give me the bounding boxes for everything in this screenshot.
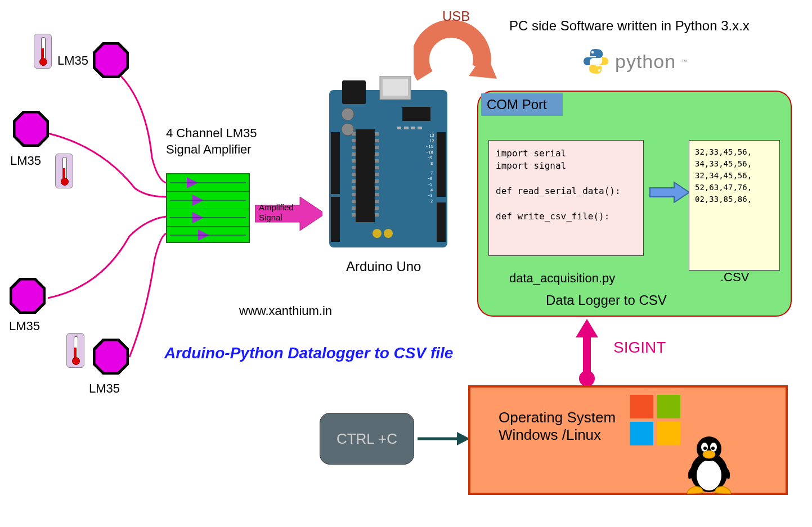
svg-rect-39 — [375, 186, 379, 190]
datalogger-label: Data Logger to CSV — [546, 292, 667, 308]
svg-marker-1 — [14, 112, 48, 146]
thermometer-icon — [66, 333, 83, 367]
svg-text:~10: ~10 — [426, 150, 433, 155]
svg-rect-67 — [411, 127, 415, 129]
svg-rect-47 — [437, 202, 446, 242]
svg-rect-27 — [352, 193, 356, 196]
svg-text:~5: ~5 — [428, 182, 432, 187]
svg-point-49 — [342, 123, 354, 136]
svg-point-70 — [591, 51, 594, 53]
svg-rect-40 — [375, 193, 379, 196]
svg-marker-72 — [650, 182, 689, 202]
svg-rect-35 — [375, 159, 379, 163]
svg-rect-46 — [437, 132, 446, 197]
svg-rect-38 — [375, 179, 379, 183]
os-box: Operating System Windows /Linux — [468, 385, 788, 495]
svg-rect-25 — [352, 179, 356, 183]
usb-label: USB — [442, 8, 470, 24]
svg-rect-79 — [630, 422, 653, 445]
svg-marker-3 — [94, 340, 128, 373]
linux-tux-icon — [681, 433, 737, 497]
svg-rect-29 — [352, 206, 356, 210]
arrow-icon — [649, 181, 691, 204]
svg-rect-21 — [352, 152, 356, 156]
svg-rect-31 — [375, 132, 379, 136]
svg-text:~6: ~6 — [428, 177, 432, 181]
svg-text:8: 8 — [430, 161, 433, 166]
svg-rect-17 — [356, 129, 375, 222]
svg-text:12: 12 — [429, 139, 434, 143]
svg-text:7: 7 — [430, 171, 433, 175]
python-logo: python™ — [582, 48, 687, 75]
svg-rect-24 — [352, 173, 356, 176]
amplified-signal-label: Amplified Signal — [259, 202, 294, 223]
svg-text:4: 4 — [430, 188, 433, 192]
python-text: python — [615, 51, 676, 73]
svg-point-52 — [373, 229, 382, 238]
sensor2-label: LM35 — [10, 154, 41, 168]
csv-label: .CSV — [720, 270, 749, 285]
svg-rect-66 — [404, 127, 409, 129]
svg-text:~9: ~9 — [428, 156, 432, 160]
amplifier-label: 4 Channel LM35 Signal Amplifier — [166, 125, 257, 157]
svg-point-88 — [703, 451, 715, 458]
arduino-label: Arduino Uno — [346, 259, 421, 274]
sensor-octagon — [10, 278, 46, 314]
svg-marker-73 — [576, 319, 598, 374]
svg-rect-43 — [375, 213, 379, 217]
svg-rect-22 — [352, 159, 356, 163]
svg-marker-0 — [94, 43, 128, 77]
signal-amplifier — [166, 173, 250, 243]
arrow-icon — [416, 427, 473, 450]
svg-text:~3: ~3 — [428, 193, 432, 198]
svg-rect-23 — [352, 166, 356, 169]
svg-rect-78 — [657, 395, 680, 418]
svg-text:13: 13 — [429, 133, 434, 138]
svg-rect-77 — [630, 395, 653, 418]
sigint-label: SIGINT — [613, 339, 666, 357]
svg-point-86 — [703, 447, 707, 450]
svg-rect-37 — [375, 173, 379, 176]
svg-rect-16 — [342, 80, 366, 104]
svg-rect-20 — [352, 146, 356, 149]
svg-point-87 — [711, 447, 715, 450]
svg-rect-41 — [375, 200, 379, 203]
website-url: www.xanthium.in — [239, 304, 332, 318]
svg-text:2: 2 — [430, 199, 433, 204]
svg-rect-36 — [375, 166, 379, 169]
com-port-label: COM Port — [481, 93, 563, 116]
svg-rect-42 — [375, 206, 379, 210]
csv-output: 32,33,45,56, 34,33,45,56, 32,34,45,56, 5… — [689, 140, 780, 271]
script-name-label: data_acquisition.py — [509, 271, 615, 286]
svg-rect-19 — [352, 139, 356, 142]
thermometer-icon — [34, 34, 51, 67]
windows-logo-icon — [630, 395, 683, 451]
thermometer-icon — [55, 154, 72, 187]
svg-rect-34 — [375, 152, 379, 156]
svg-text:~11: ~11 — [426, 145, 433, 149]
svg-rect-68 — [418, 127, 422, 129]
ctrl-c-box: CTRL +C — [320, 413, 414, 465]
svg-rect-33 — [375, 146, 379, 149]
sensor4-label: LM35 — [89, 381, 120, 396]
svg-rect-26 — [352, 186, 356, 190]
arduino-uno: 1312~11~10~987~6~54~32 — [321, 76, 456, 250]
svg-point-48 — [342, 108, 354, 120]
svg-point-71 — [598, 69, 600, 71]
sigint-arrow — [573, 318, 601, 391]
svg-rect-45 — [331, 197, 340, 242]
sensor-octagon — [13, 111, 49, 147]
python-code: import serial import signal def read_ser… — [488, 140, 644, 256]
pc-side-label: PC side Software written in Python 3.x.x — [509, 18, 750, 34]
svg-rect-28 — [352, 200, 356, 203]
svg-point-74 — [579, 371, 595, 386]
svg-point-82 — [697, 460, 721, 490]
sensor1-label: LM35 — [57, 53, 88, 68]
svg-rect-15 — [383, 79, 408, 96]
svg-rect-44 — [331, 132, 340, 194]
svg-rect-30 — [352, 213, 356, 217]
sensor3-label: LM35 — [9, 319, 40, 334]
sensor-octagon — [93, 42, 129, 78]
svg-rect-65 — [397, 127, 401, 129]
sensor-octagon — [93, 339, 129, 375]
